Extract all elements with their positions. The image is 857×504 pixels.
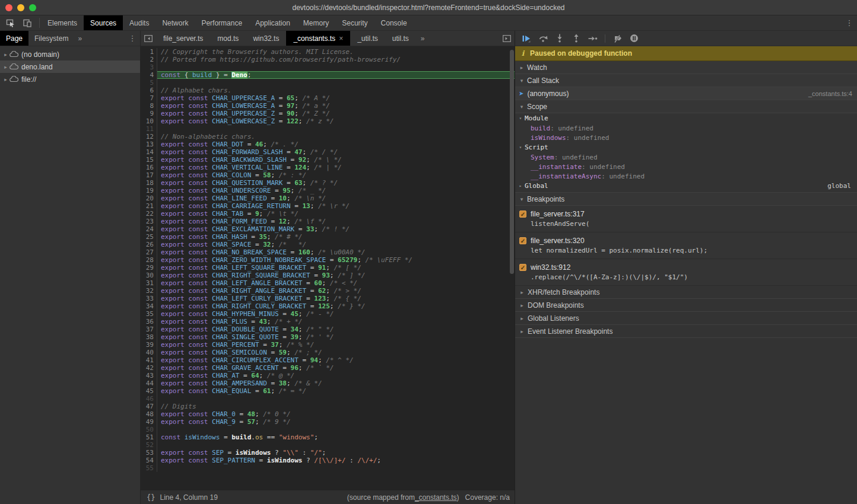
tab-memory[interactable]: Memory bbox=[297, 15, 335, 30]
line-number[interactable]: 5 bbox=[141, 79, 157, 87]
line-number[interactable]: 7 bbox=[141, 94, 157, 102]
line-number[interactable]: 12 bbox=[141, 133, 157, 141]
pretty-print-icon[interactable]: {} bbox=[145, 493, 160, 502]
line-number[interactable]: 21 bbox=[141, 202, 157, 210]
line-number[interactable]: 47 bbox=[141, 403, 157, 410]
source-mapped-link[interactable]: _constants.ts bbox=[415, 493, 457, 502]
file-tab-file-server-ts[interactable]: file_server.ts bbox=[156, 31, 210, 46]
close-icon[interactable]: × bbox=[339, 34, 343, 43]
line-number[interactable]: 36 bbox=[141, 318, 157, 326]
line-number[interactable]: 48 bbox=[141, 410, 157, 418]
step-button[interactable] bbox=[586, 32, 599, 45]
step-out-button[interactable] bbox=[570, 32, 583, 45]
line-number[interactable]: 4 bbox=[141, 71, 157, 79]
line-number[interactable]: 32 bbox=[141, 287, 157, 295]
step-over-button[interactable] bbox=[537, 32, 550, 45]
line-number[interactable]: 20 bbox=[141, 194, 157, 202]
line-number[interactable]: 35 bbox=[141, 310, 157, 318]
line-number[interactable]: 6 bbox=[141, 87, 157, 94]
line-number[interactable]: 15 bbox=[141, 156, 157, 164]
navigator-tab-page[interactable]: Page bbox=[0, 31, 28, 46]
line-number[interactable]: 38 bbox=[141, 333, 157, 341]
line-number[interactable]: 30 bbox=[141, 272, 157, 279]
section-dom-breakpoints[interactable]: ▸DOM Breakpoints bbox=[515, 299, 857, 312]
resume-script-button[interactable] bbox=[520, 32, 533, 45]
editor-scrollbar[interactable] bbox=[510, 50, 514, 274]
close-window-button[interactable] bbox=[5, 4, 12, 11]
zoom-window-button[interactable] bbox=[29, 4, 36, 11]
tab-application[interactable]: Application bbox=[249, 15, 297, 30]
line-number[interactable]: 29 bbox=[141, 264, 157, 272]
breakpoint-entry[interactable]: ✓file_server.ts:317listenAndServe( bbox=[515, 206, 857, 232]
line-number[interactable]: 45 bbox=[141, 387, 157, 395]
show-debugger-sidebar-icon[interactable] bbox=[499, 31, 515, 46]
line-number[interactable]: 41 bbox=[141, 356, 157, 364]
breakpoint-checkbox[interactable]: ✓ bbox=[519, 237, 526, 244]
call-stack-section-header[interactable]: ▾ Call Stack bbox=[515, 74, 857, 87]
minimize-window-button[interactable] bbox=[17, 4, 24, 11]
navigator-tab-filesystem[interactable]: Filesystem bbox=[28, 31, 74, 46]
line-number[interactable]: 8 bbox=[141, 102, 157, 110]
step-into-button[interactable] bbox=[553, 32, 566, 45]
line-number[interactable]: 2 bbox=[141, 56, 157, 63]
line-number[interactable]: 39 bbox=[141, 341, 157, 349]
line-number[interactable]: 27 bbox=[141, 248, 157, 256]
line-number[interactable]: 16 bbox=[141, 164, 157, 171]
tree-item-file[interactable]: ▸file:// bbox=[0, 73, 140, 85]
file-tab-win32-ts[interactable]: win32.ts bbox=[246, 31, 286, 46]
breakpoint-checkbox[interactable]: ✓ bbox=[519, 264, 526, 271]
line-number[interactable]: 26 bbox=[141, 241, 157, 248]
line-number[interactable]: 3 bbox=[141, 63, 157, 71]
file-tab-util-ts[interactable]: _util.ts bbox=[350, 31, 385, 46]
line-number[interactable]: 17 bbox=[141, 171, 157, 179]
line-number[interactable]: 9 bbox=[141, 110, 157, 117]
line-number[interactable]: 53 bbox=[141, 449, 157, 457]
tab-security[interactable]: Security bbox=[335, 15, 374, 30]
inspect-element-icon[interactable] bbox=[4, 17, 18, 30]
line-number[interactable]: 40 bbox=[141, 349, 157, 356]
more-options-icon[interactable]: ⋮ bbox=[842, 15, 857, 30]
line-number[interactable]: 28 bbox=[141, 256, 157, 264]
line-number[interactable]: 1 bbox=[141, 48, 157, 56]
line-number[interactable]: 50 bbox=[141, 426, 157, 433]
line-number[interactable]: 23 bbox=[141, 218, 157, 225]
line-number[interactable]: 37 bbox=[141, 326, 157, 333]
line-number[interactable]: 51 bbox=[141, 433, 157, 441]
more-file-tabs-icon[interactable]: » bbox=[416, 31, 430, 46]
tab-performance[interactable]: Performance bbox=[195, 15, 249, 30]
line-number[interactable]: 54 bbox=[141, 457, 157, 464]
line-number[interactable]: 49 bbox=[141, 418, 157, 426]
breakpoint-entry[interactable]: ✓win32.ts:912.replace(/^\/*([A-Za-z]:)(\… bbox=[515, 259, 857, 286]
scope-variable[interactable]: build: undefined bbox=[515, 123, 857, 133]
hide-navigator-icon[interactable] bbox=[141, 31, 156, 46]
line-number[interactable]: 42 bbox=[141, 364, 157, 372]
breakpoints-section-header[interactable]: ▾ Breakpoints bbox=[515, 193, 857, 206]
line-number[interactable]: 19 bbox=[141, 187, 157, 194]
tab-audits[interactable]: Audits bbox=[123, 15, 155, 30]
scope-group-module[interactable]: ▾Module bbox=[515, 113, 857, 123]
code-editor[interactable]: 1// Copyright the Browserify authors. MI… bbox=[141, 46, 515, 490]
line-number[interactable]: 52 bbox=[141, 441, 157, 449]
tree-item-deno-land[interactable]: ▸deno.land bbox=[0, 60, 140, 73]
scope-variable[interactable]: __instantiate: undefined bbox=[515, 162, 857, 171]
scope-section-header[interactable]: ▾ Scope bbox=[515, 100, 857, 113]
line-number[interactable]: 10 bbox=[141, 117, 157, 125]
tab-network[interactable]: Network bbox=[155, 15, 195, 30]
more-navigator-tabs-icon[interactable]: » bbox=[74, 31, 85, 46]
line-number[interactable]: 34 bbox=[141, 302, 157, 310]
watch-section-header[interactable]: ▸ Watch bbox=[515, 61, 857, 74]
line-number[interactable]: 44 bbox=[141, 379, 157, 387]
line-number[interactable]: 31 bbox=[141, 279, 157, 287]
section-global-listeners[interactable]: ▸Global Listeners bbox=[515, 312, 857, 325]
line-number[interactable]: 55 bbox=[141, 464, 157, 472]
breakpoint-entry[interactable]: ✓file_server.ts:320let normalizedUrl = p… bbox=[515, 232, 857, 259]
line-number[interactable]: 24 bbox=[141, 225, 157, 233]
device-toolbar-icon[interactable] bbox=[20, 17, 34, 30]
line-number[interactable]: 18 bbox=[141, 179, 157, 187]
tab-elements[interactable]: Elements bbox=[41, 15, 84, 30]
scope-variable[interactable]: isWindows: undefined bbox=[515, 133, 857, 142]
breakpoint-checkbox[interactable]: ✓ bbox=[519, 210, 526, 218]
scope-group-script[interactable]: ▾Script bbox=[515, 142, 857, 152]
line-number[interactable]: 43 bbox=[141, 372, 157, 379]
line-number[interactable]: 22 bbox=[141, 210, 157, 218]
